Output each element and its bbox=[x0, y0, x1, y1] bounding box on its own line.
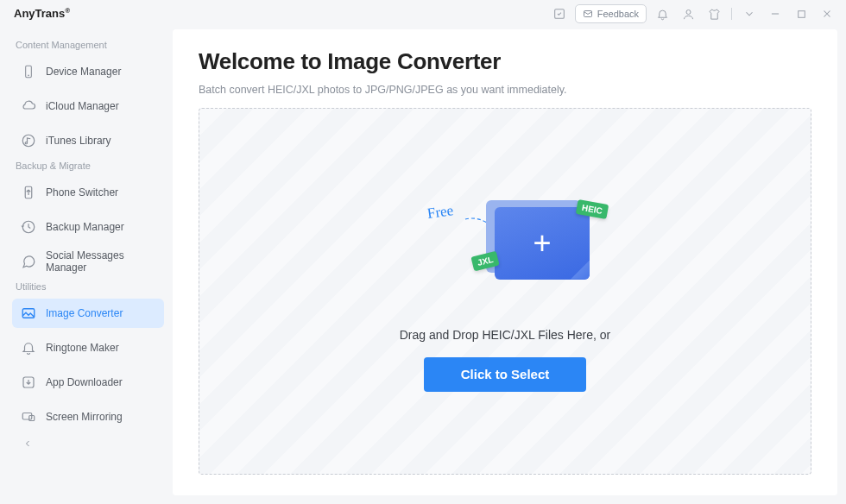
svg-point-5 bbox=[28, 75, 29, 76]
titlebar: AnyTrans® Feedback bbox=[0, 0, 846, 28]
shirt-icon[interactable] bbox=[704, 3, 724, 24]
image-icon bbox=[21, 306, 36, 321]
feedback-label: Feedback bbox=[597, 9, 639, 19]
section-content-management: Content Management bbox=[16, 40, 161, 50]
sidebar-item-label: Social Messages Manager bbox=[46, 249, 155, 274]
sidebar-item-screen-mirroring[interactable]: Screen Mirroring bbox=[12, 402, 164, 432]
maximize-icon[interactable] bbox=[791, 3, 811, 24]
chevron-left-icon bbox=[22, 438, 33, 449]
sidebar-item-icloud-manager[interactable]: iCloud Manager bbox=[12, 91, 164, 121]
sidebar-item-itunes-library[interactable]: iTunes Library bbox=[12, 126, 164, 155]
window-controls: Feedback bbox=[549, 3, 837, 24]
sidebar-item-label: Backup Manager bbox=[46, 221, 124, 233]
sidebar-item-label: Ringtone Maker bbox=[46, 342, 119, 354]
cloud-icon bbox=[21, 98, 36, 114]
bell-icon[interactable] bbox=[652, 3, 672, 24]
brand-name: AnyTrans bbox=[14, 8, 65, 21]
sidebar-item-social-messages[interactable]: Social Messages Manager bbox=[12, 247, 164, 276]
svg-rect-3 bbox=[798, 10, 805, 17]
mail-icon bbox=[583, 9, 593, 19]
plus-icon: + bbox=[533, 228, 551, 259]
compose-icon[interactable] bbox=[549, 3, 570, 24]
sidebar-item-label: Phone Switcher bbox=[46, 186, 118, 198]
sidebar-item-label: Screen Mirroring bbox=[46, 411, 123, 423]
chat-icon bbox=[21, 254, 36, 269]
free-label: Free bbox=[426, 201, 455, 222]
close-icon[interactable] bbox=[817, 3, 837, 24]
sidebar-item-label: Image Converter bbox=[46, 307, 123, 319]
section-utilities: Utilities bbox=[16, 281, 161, 292]
sidebar-item-label: iTunes Library bbox=[46, 135, 111, 147]
drop-text: Drag and Drop HEIC/JXL Files Here, or bbox=[400, 328, 611, 342]
bell-outline-icon bbox=[21, 340, 36, 356]
switch-icon bbox=[21, 185, 36, 200]
page-title: Welcome to Image Converter bbox=[199, 48, 811, 75]
app-brand: AnyTrans® bbox=[14, 7, 70, 20]
main-content: Welcome to Image Converter Batch convert… bbox=[173, 29, 837, 495]
fold-corner bbox=[571, 261, 590, 280]
mirror-icon bbox=[21, 409, 36, 425]
sidebar-item-image-converter[interactable]: Image Converter bbox=[12, 299, 164, 328]
sidebar-item-label: iCloud Manager bbox=[46, 100, 119, 112]
svg-point-6 bbox=[22, 135, 35, 147]
page-subtitle: Batch convert HEIC/JXL photos to JPG/PNG… bbox=[199, 84, 811, 96]
divider bbox=[731, 8, 732, 20]
sidebar-item-label: App Downloader bbox=[46, 376, 123, 388]
click-to-select-button[interactable]: Click to Select bbox=[424, 357, 586, 392]
card-main: + bbox=[495, 207, 590, 280]
download-icon bbox=[21, 375, 36, 390]
sidebar-item-ringtone-maker[interactable]: Ringtone Maker bbox=[12, 333, 164, 362]
music-note-icon bbox=[21, 133, 36, 148]
user-icon[interactable] bbox=[678, 3, 698, 24]
dropzone-illustration: Free + HEIC JXL bbox=[410, 192, 600, 312]
svg-point-2 bbox=[686, 9, 691, 14]
sidebar-item-phone-switcher[interactable]: Phone Switcher bbox=[12, 178, 164, 207]
sidebar-item-device-manager[interactable]: Device Manager bbox=[12, 57, 164, 86]
sidebar-item-backup-manager[interactable]: Backup Manager bbox=[12, 212, 164, 242]
history-icon bbox=[21, 219, 36, 235]
dropzone[interactable]: Free + HEIC JXL Drag and Drop HEIC/JXL F… bbox=[199, 108, 811, 475]
section-backup-migrate: Backup & Migrate bbox=[16, 161, 161, 171]
minimize-icon[interactable] bbox=[765, 3, 786, 24]
nav-back-button[interactable] bbox=[12, 437, 164, 452]
svg-rect-10 bbox=[22, 413, 32, 420]
chevron-down-icon[interactable] bbox=[739, 3, 760, 24]
sidebar: Content Management Device Manager iCloud… bbox=[0, 28, 173, 504]
phone-icon bbox=[21, 64, 36, 79]
brand-reg: ® bbox=[65, 7, 70, 15]
sidebar-item-label: Device Manager bbox=[46, 66, 121, 78]
feedback-button[interactable]: Feedback bbox=[575, 4, 647, 23]
sidebar-item-app-downloader[interactable]: App Downloader bbox=[12, 368, 164, 397]
svg-rect-8 bbox=[22, 309, 35, 318]
